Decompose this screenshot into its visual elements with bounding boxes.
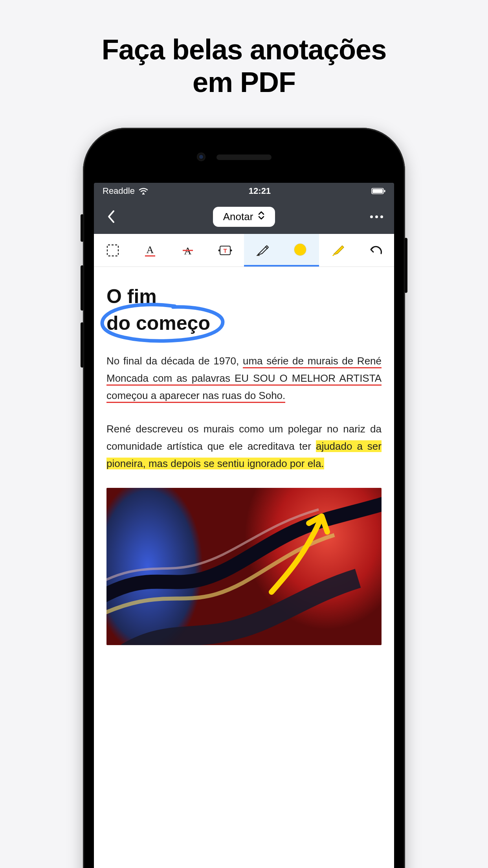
svg-point-0 xyxy=(143,193,144,194)
promo-headline: Faça belas anotações em PDF xyxy=(0,0,488,99)
document-view[interactable]: O fim do começo No final da década de 19… xyxy=(94,267,394,868)
promo-line2: em PDF xyxy=(193,66,295,98)
annotation-toolbar: A A T xyxy=(94,234,394,267)
promo-line1: Faça belas anotações xyxy=(102,34,386,65)
svg-rect-3 xyxy=(384,190,385,192)
dot-icon xyxy=(370,215,373,218)
tool-undo[interactable] xyxy=(357,234,394,267)
tool-highlighter-pen[interactable] xyxy=(244,234,282,267)
tool-highlighter-marker[interactable] xyxy=(319,234,357,267)
arrow-annotation[interactable] xyxy=(260,496,346,598)
paragraph-2: René descreveu os murais como um polegar… xyxy=(106,420,382,473)
phone-front-camera xyxy=(197,153,205,161)
tool-select-area[interactable] xyxy=(94,234,132,267)
svg-point-11 xyxy=(218,249,220,251)
status-bar: Readdle 12:21 xyxy=(94,183,394,199)
tool-text-box[interactable]: T xyxy=(207,234,244,267)
mode-selector[interactable]: Anotar xyxy=(213,207,275,227)
document-image xyxy=(106,488,382,645)
tool-underline[interactable]: A xyxy=(132,234,169,267)
carrier-label: Readdle xyxy=(103,186,135,196)
phone-power-button xyxy=(404,238,407,293)
mode-label: Anotar xyxy=(223,211,253,223)
phone-earpiece xyxy=(216,154,272,160)
svg-point-12 xyxy=(230,249,232,251)
screen: Readdle 12:21 xyxy=(94,183,394,868)
phone-frame: Readdle 12:21 xyxy=(83,128,405,868)
wifi-icon xyxy=(139,188,148,195)
phone-mute-switch xyxy=(81,214,84,242)
heading-line2: do começo xyxy=(106,312,210,334)
paragraph-1: No final da década de 1970, uma série de… xyxy=(106,352,382,405)
tool-strikethrough[interactable]: A xyxy=(169,234,207,267)
heading-line1: O fim xyxy=(106,285,157,307)
svg-rect-2 xyxy=(372,189,383,193)
svg-text:T: T xyxy=(224,247,227,254)
para1-plain: No final da década de 1970, xyxy=(106,355,243,367)
more-button[interactable] xyxy=(368,208,385,225)
document-heading: O fim do começo xyxy=(106,283,382,337)
dot-icon xyxy=(375,215,378,218)
dot-icon xyxy=(380,215,383,218)
updown-chevron-icon xyxy=(258,211,265,223)
svg-rect-4 xyxy=(107,245,118,256)
clock: 12:21 xyxy=(249,186,271,196)
svg-text:A: A xyxy=(147,244,154,256)
tool-color-swatch[interactable] xyxy=(282,234,319,267)
phone-volume-down xyxy=(81,322,84,368)
battery-icon xyxy=(371,188,385,195)
back-button[interactable] xyxy=(103,208,120,225)
nav-bar: Anotar xyxy=(94,199,394,234)
phone-volume-up xyxy=(81,265,84,311)
color-circle-icon xyxy=(294,244,306,256)
